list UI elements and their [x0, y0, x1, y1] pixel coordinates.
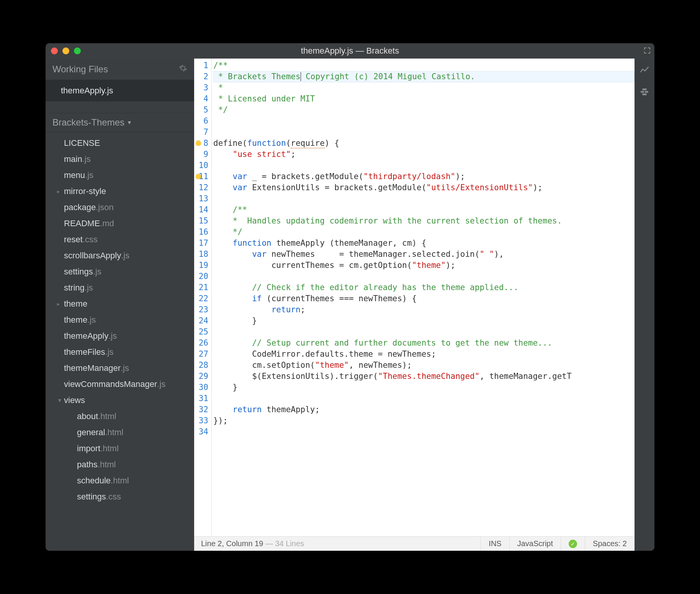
code-line[interactable] — [213, 127, 635, 138]
tree-file[interactable]: menu.js — [46, 167, 194, 183]
code-line[interactable] — [213, 160, 635, 171]
tree-file[interactable]: settings.css — [46, 489, 194, 505]
tree-folder[interactable]: ▸mirror-style — [46, 183, 194, 199]
line-number: 28 — [194, 360, 208, 371]
tree-item-ext: .md — [100, 219, 114, 228]
tree-file[interactable]: themeManager.js — [46, 360, 194, 376]
tree-folder[interactable]: ▼views — [46, 392, 194, 408]
code-line[interactable]: CodeMirror.defaults.theme = newThemes; — [213, 349, 635, 360]
app-window: themeApply.js — Brackets Working Files t… — [46, 43, 654, 551]
code-line[interactable]: } — [213, 382, 635, 393]
code-line[interactable]: * Brackets Themes Copyright (c) 2014 Mig… — [213, 71, 635, 82]
tree-file[interactable]: themeApply.js — [46, 328, 194, 344]
code-line[interactable] — [213, 271, 635, 282]
project-name: Brackets-Themes — [52, 117, 124, 128]
check-icon: ✓ — [569, 540, 577, 548]
live-preview-icon[interactable] — [639, 65, 650, 77]
code-line[interactable]: } — [213, 315, 635, 326]
tree-file[interactable]: paths.html — [46, 457, 194, 473]
chevron-right-icon: ▸ — [57, 301, 64, 307]
code-line[interactable]: * Licensed under MIT — [213, 93, 635, 104]
code-line[interactable]: * Handles updating codemirror with the c… — [213, 215, 635, 227]
tree-file[interactable]: README.md — [46, 215, 194, 232]
working-file-name: themeApply.js — [61, 86, 113, 96]
code-line[interactable]: $(ExtensionUtils).trigger("Themes.themeC… — [213, 371, 635, 382]
right-toolbar — [635, 59, 654, 551]
tree-file[interactable]: LICENSE — [46, 135, 194, 151]
code-line[interactable]: */ — [213, 227, 635, 238]
tree-item-ext: .html — [111, 476, 129, 486]
status-spaces[interactable]: Spaces: 2 — [585, 537, 635, 551]
code-line[interactable]: /** — [213, 204, 635, 215]
line-number: 31 — [194, 393, 208, 404]
code-line[interactable]: */ — [213, 104, 635, 116]
code-line[interactable] — [213, 116, 635, 127]
tree-file[interactable]: settings.js — [46, 264, 194, 280]
line-number: 20 — [194, 271, 208, 282]
project-header[interactable]: Brackets-Themes ▼ — [46, 113, 194, 132]
tree-file[interactable]: themeFiles.js — [46, 344, 194, 360]
code-line[interactable] — [213, 326, 635, 338]
code-line[interactable]: "use strict"; — [213, 149, 635, 160]
code-line[interactable] — [213, 193, 635, 204]
tree-folder[interactable]: ▸theme — [46, 296, 194, 312]
tree-item-name: theme — [64, 315, 87, 325]
code-content[interactable]: /** * Brackets Themes Copyright (c) 2014… — [212, 59, 635, 536]
code-line[interactable]: // Setup current and further documents t… — [213, 338, 635, 349]
gear-icon[interactable] — [179, 64, 187, 75]
tree-item-ext: .js — [85, 170, 93, 180]
tree-file[interactable]: schedule.html — [46, 473, 194, 489]
code-line[interactable]: var ExtensionUtils = brackets.getModule(… — [213, 182, 635, 193]
code-line[interactable]: define(function(require) { — [213, 138, 635, 149]
tree-file[interactable]: reset.css — [46, 232, 194, 248]
code-line[interactable] — [213, 393, 635, 404]
line-number: 7 — [194, 127, 208, 138]
code-line[interactable]: }); — [213, 415, 635, 426]
code-line[interactable]: return themeApply; — [213, 404, 635, 415]
line-number: 4 — [194, 93, 208, 104]
tree-item-ext: .js — [121, 363, 129, 373]
code-line[interactable]: function themeApply (themeManager, cm) { — [213, 238, 635, 249]
code-line[interactable]: * — [213, 82, 635, 93]
status-language[interactable]: JavaScript — [509, 537, 561, 551]
tree-item-ext: .js — [85, 283, 93, 293]
tree-file[interactable]: main.js — [46, 151, 194, 167]
status-cursor[interactable]: Line 2, Column 19 — 34 Lines — [194, 539, 304, 548]
working-file-active[interactable]: themeApply.js — [46, 80, 194, 101]
code-line[interactable]: var _ = brackets.getModule("thirdparty/l… — [213, 171, 635, 182]
code-line[interactable]: /** — [213, 60, 635, 71]
extension-manager-icon[interactable] — [639, 87, 649, 98]
file-tree[interactable]: LICENSEmain.jsmenu.js▸mirror-stylepackag… — [46, 132, 194, 551]
tree-item-ext: .js — [93, 267, 101, 277]
code-line[interactable]: if (currentThemes === newThemes) { — [213, 293, 635, 304]
working-files-label: Working Files — [52, 64, 108, 75]
line-number: 14 — [194, 204, 208, 215]
code-line[interactable] — [213, 426, 635, 437]
code-line[interactable]: return; — [213, 304, 635, 315]
status-lint[interactable]: ✓ — [561, 537, 585, 551]
lightbulb-icon[interactable] — [196, 140, 201, 146]
tree-file[interactable]: about.html — [46, 408, 194, 424]
tree-file[interactable]: general.html — [46, 424, 194, 441]
titlebar: themeApply.js — Brackets — [46, 43, 654, 59]
tree-item-name: mirror-style — [64, 186, 106, 196]
editor[interactable]: 1234567891011121314151617181920212223242… — [194, 59, 635, 536]
tree-item-name: viewCommandsManager — [64, 379, 157, 389]
code-line[interactable]: cm.setOption("theme", newThemes); — [213, 360, 635, 371]
tree-file[interactable]: scrollbarsApply.js — [46, 248, 194, 264]
tree-file[interactable]: import.html — [46, 441, 194, 457]
tree-file[interactable]: viewCommandsManager.js — [46, 376, 194, 392]
status-ins[interactable]: INS — [481, 537, 509, 551]
tree-item-name: schedule — [77, 476, 111, 486]
expand-icon[interactable] — [644, 47, 651, 55]
main-area: 1234567891011121314151617181920212223242… — [194, 59, 635, 551]
code-line[interactable]: // Check if the editor already has the t… — [213, 282, 635, 293]
code-line[interactable]: currentThemes = cm.getOption("theme"); — [213, 260, 635, 271]
code-line[interactable]: var newThemes = themeManager.selected.jo… — [213, 249, 635, 260]
tree-file[interactable]: theme.js — [46, 312, 194, 328]
tree-file[interactable]: package.json — [46, 199, 194, 215]
tree-item-name: reset — [64, 235, 83, 245]
lightbulb-icon[interactable] — [196, 174, 201, 179]
tree-file[interactable]: string.js — [46, 280, 194, 296]
tree-item-name: general — [77, 428, 105, 437]
